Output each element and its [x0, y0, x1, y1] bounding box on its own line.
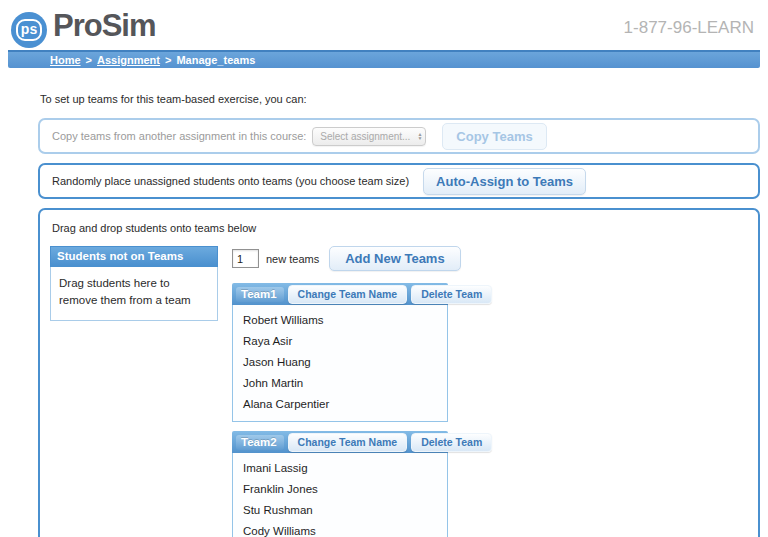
select-stepper-icon: ▲▼ — [417, 132, 422, 140]
auto-assign-label: Randomly place unassigned students onto … — [52, 175, 409, 187]
app-header: ps ProSim 1-877-96-LEARN — [0, 0, 768, 50]
new-teams-label: new teams — [266, 253, 319, 265]
team-card-team1: Team1 Change Team Name Delete Team Rober… — [232, 283, 448, 422]
add-new-teams-button[interactable]: Add New Teams — [329, 246, 460, 271]
team1-member[interactable]: Jason Huang — [233, 352, 447, 373]
auto-assign-panel: Randomly place unassigned students onto … — [38, 163, 760, 199]
team1-member[interactable]: Robert Williams — [233, 310, 447, 331]
assignment-select[interactable]: Select assignment... ▲▼ — [312, 127, 426, 146]
unassigned-panel-title: Students not on Teams — [50, 246, 218, 267]
team2-change-name-button[interactable]: Change Team Name — [288, 433, 408, 452]
team2-member-list[interactable]: Imani Lassig Franklin Jones Stu Rushman … — [232, 453, 448, 537]
copy-teams-panel: Copy teams from another assignment in th… — [38, 118, 760, 154]
team2-member[interactable]: Imani Lassig — [233, 458, 447, 479]
team2-member[interactable]: Stu Rushman — [233, 500, 447, 521]
copy-teams-button[interactable]: Copy Teams — [442, 123, 546, 150]
team1-member[interactable]: Raya Asir — [233, 331, 447, 352]
copy-teams-label: Copy teams from another assignment in th… — [52, 130, 306, 142]
breadcrumb-current-page: Manage_teams — [176, 54, 255, 66]
team2-delete-button[interactable]: Delete Team — [411, 433, 492, 452]
drag-drop-instruction: Drag and drop students onto teams below — [52, 222, 748, 234]
assignment-select-value: Select assignment... — [320, 131, 410, 142]
team1-header: Team1 Change Team Name Delete Team — [232, 283, 448, 305]
breadcrumb-home-link[interactable]: Home — [50, 54, 81, 66]
auto-assign-button[interactable]: Auto-Assign to Teams — [423, 168, 586, 195]
unassigned-panel-hint: Drag students here to remove them from a… — [50, 267, 218, 321]
setup-intro-text: To set up teams for this team-based exer… — [40, 93, 760, 105]
team1-delete-button[interactable]: Delete Team — [411, 285, 492, 304]
team2-name: Team2 — [236, 435, 284, 450]
breadcrumb-assignment-link[interactable]: Assignment — [97, 54, 160, 66]
team2-member[interactable]: Cody Williams — [233, 521, 447, 537]
team1-member[interactable]: Alana Carpentier — [233, 394, 447, 415]
team2-header: Team2 Change Team Name Delete Team — [232, 431, 448, 453]
unassigned-students-panel[interactable]: Students not on Teams Drag students here… — [50, 246, 218, 321]
breadcrumb-separator: > — [165, 54, 171, 66]
team-card-team2: Team2 Change Team Name Delete Team Imani… — [232, 431, 448, 537]
support-phone-number: 1-877-96-LEARN — [624, 18, 754, 38]
new-teams-count-input[interactable] — [232, 249, 259, 268]
team1-member-list[interactable]: Robert Williams Raya Asir Jason Huang Jo… — [232, 305, 448, 422]
team1-change-name-button[interactable]: Change Team Name — [288, 285, 408, 304]
breadcrumb-separator: > — [86, 54, 92, 66]
team2-member[interactable]: Franklin Jones — [233, 479, 447, 500]
breadcrumb: Home > Assignment > Manage_teams — [8, 50, 760, 68]
logo-text: ps — [16, 19, 42, 41]
teams-management-panel: Drag and drop students onto teams below … — [38, 208, 760, 537]
brand-title: ProSim — [53, 8, 156, 44]
add-teams-row: new teams Add New Teams — [232, 246, 461, 271]
prosim-logo-icon: ps — [11, 12, 47, 48]
team1-name: Team1 — [236, 287, 284, 302]
team1-member[interactable]: John Martin — [233, 373, 447, 394]
